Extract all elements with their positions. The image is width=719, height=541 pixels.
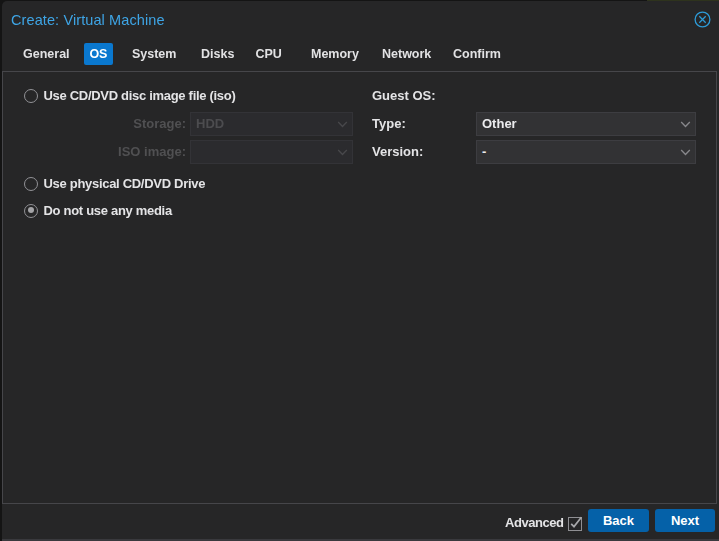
iso-image-combobox[interactable] (190, 140, 353, 164)
dialog-footer: Advanced Back Next (2, 504, 719, 541)
tab-disks[interactable]: Disks (196, 43, 240, 65)
tab-network[interactable]: Network (377, 43, 437, 65)
guest-os-heading: Guest OS: (372, 84, 436, 108)
radio-no-media-label: Do not use any media (44, 203, 172, 218)
wizard-tabbar: General OS System Disks CPU Memory Netwo… (2, 43, 719, 65)
checkbox-check-icon (568, 516, 582, 530)
storage-value: HDD (196, 116, 224, 131)
next-button[interactable]: Next (655, 509, 715, 532)
iso-image-label: ISO image: (43, 140, 186, 164)
tab-general[interactable]: General (18, 43, 76, 65)
type-chevron-down-icon (680, 120, 691, 129)
tab-system[interactable]: System (126, 43, 181, 65)
radio-physical-drive-label: Use physical CD/DVD Drive (44, 176, 206, 191)
close-button[interactable] (694, 11, 711, 28)
version-label: Version: (372, 140, 423, 164)
version-value: - (482, 144, 486, 159)
storage-label: Storage: (43, 112, 186, 136)
storage-combobox[interactable]: HDD (190, 112, 353, 136)
create-vm-dialog: Create: Virtual Machine General OS Syste… (2, 1, 719, 541)
dialog-title: Create: Virtual Machine (11, 1, 165, 39)
type-combobox[interactable]: Other (476, 112, 696, 136)
advanced-label: Advanced (505, 504, 564, 541)
version-combobox[interactable]: - (476, 140, 696, 164)
radio-use-iso-circle (24, 89, 38, 103)
radio-use-iso-label: Use CD/DVD disc image file (iso) (44, 88, 236, 103)
back-button[interactable]: Back (588, 509, 649, 532)
type-value: Other (482, 116, 517, 131)
radio-physical-drive[interactable]: Use physical CD/DVD Drive (24, 172, 205, 196)
tab-cpu[interactable]: CPU (250, 43, 287, 65)
tab-memory[interactable]: Memory (306, 43, 365, 65)
radio-use-iso[interactable]: Use CD/DVD disc image file (iso) (24, 84, 235, 108)
type-label: Type: (372, 112, 406, 136)
iso-image-chevron-down-icon (337, 148, 348, 157)
tab-os[interactable]: OS (84, 43, 113, 65)
tab-confirm[interactable]: Confirm (448, 43, 507, 65)
storage-chevron-down-icon (337, 120, 348, 129)
radio-no-media[interactable]: Do not use any media (24, 199, 172, 223)
advanced-checkbox[interactable] (568, 517, 582, 531)
dialog-titlebar: Create: Virtual Machine (2, 1, 719, 39)
radio-no-media-circle (24, 204, 38, 218)
radio-physical-drive-circle (24, 177, 38, 191)
version-chevron-down-icon (680, 148, 691, 157)
close-icon (694, 11, 711, 28)
os-tab-panel: Use CD/DVD disc image file (iso) Storage… (2, 71, 717, 504)
